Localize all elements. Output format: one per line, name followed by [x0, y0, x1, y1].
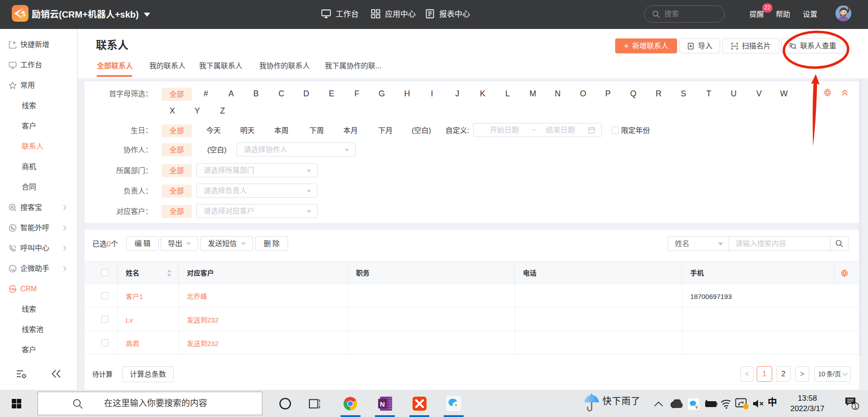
- svg-text:N: N: [380, 400, 385, 408]
- svg-text:1: 1: [854, 403, 857, 410]
- svg-text:CRM: CRM: [9, 288, 16, 291]
